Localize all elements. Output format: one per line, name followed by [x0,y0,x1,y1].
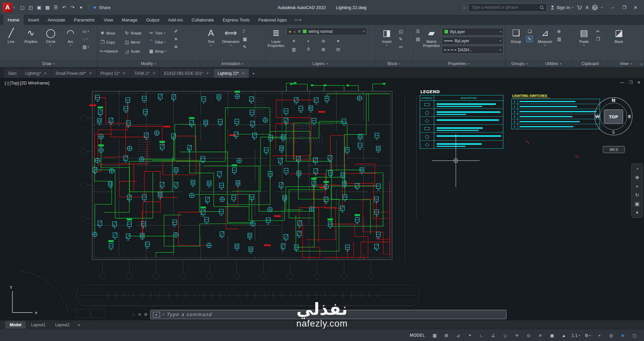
panel-modify-label[interactable]: Modify▾ [97,60,200,67]
save-file-button[interactable]: ▣ [35,3,43,12]
ellipse-tool[interactable]: ◌▾ [82,36,90,42]
ribbon-tab-output[interactable]: Output [142,15,164,25]
file-tab-lighting[interactable]: Lighting*✕ [21,69,51,78]
ribbon-tab-collaborate[interactable]: Collaborate [187,15,218,25]
panel-draw-label[interactable]: Draw▾ [0,60,97,67]
layout-tab-layout2[interactable]: Layout2 [51,321,74,329]
paste-tool[interactable]: ▤Paste▾ [575,26,593,47]
erase-tool[interactable]: ✐ [173,29,179,34]
close-tab-icon[interactable]: ✕ [123,71,125,75]
command-customize-icon[interactable]: ⚙ [144,312,148,317]
drawing-close-button[interactable]: ✕ [637,80,641,85]
create-block-tool[interactable]: ◱ [398,29,404,34]
command-input[interactable]: ▸ ▾ Type a command [150,310,506,319]
command-history-caret-icon[interactable]: ▾ [163,313,164,316]
close-tab-icon[interactable]: ✕ [206,71,209,75]
layer-properties-tool[interactable]: ≣Layer Properties [267,26,285,48]
move-tool[interactable]: ✥Move [99,29,123,38]
visual-style-control[interactable]: [2D Wireframe] [20,80,49,86]
layer-state-button[interactable]: ⊞ [322,47,325,52]
close-tab-icon[interactable]: ✕ [89,71,92,75]
panel-block-label[interactable]: Block▾ [376,60,412,67]
orbit-button[interactable]: ↻ [635,192,639,197]
define-attributes-tool[interactable]: ≔ [398,44,404,50]
save-as-button[interactable]: ▩ [43,3,52,12]
measure-tool[interactable]: ⊿Measure▾ [536,26,554,47]
redo-button[interactable]: ↷ [68,3,77,12]
properties-list-tool[interactable]: ☰ [415,29,421,34]
share-button[interactable]: ➤ Share [93,5,110,10]
search-icon[interactable] [540,5,544,10]
layer-isolate-button[interactable]: ✦ [336,39,340,44]
layer-walk-button[interactable]: ⊟ [336,47,340,52]
drawing-minimize-button[interactable]: — [620,80,624,85]
annotation-visibility-button[interactable]: ▲ [558,331,569,339]
array-tool[interactable]: ▦Array▾ [148,47,171,56]
quick-select-tool[interactable]: ▥ [556,36,562,42]
annotation-monitor-button[interactable]: + [594,331,605,339]
workspace-switching-button[interactable]: ⚙▾ [582,331,593,339]
minimize-button[interactable]: – [607,2,619,12]
maximize-button[interactable]: ❐ [619,2,630,12]
polar-tracking-button[interactable]: ∠ [488,331,499,339]
close-tab-icon[interactable]: ✕ [242,71,245,75]
explode-tool[interactable]: ✳ [173,36,179,42]
clean-screen-button[interactable]: ▢ [629,331,640,339]
copy-tool[interactable]: ❐Copy [99,38,123,47]
ribbon-tab-express-tools[interactable]: Express Tools [218,15,254,25]
model-space-toggle[interactable]: MODEL [407,333,428,338]
dynamic-input-button[interactable]: ⌖ [465,331,475,339]
plot-button[interactable]: ☰ [52,3,60,12]
ribbon-tab-annotate[interactable]: Annotate [43,15,69,25]
annotation-scale-button[interactable]: 1:1▾ [570,331,581,339]
group-tool[interactable]: ❏Group [507,26,525,44]
fillet-tool[interactable]: ⌒Fillet▾ [148,38,171,47]
view-control[interactable]: [Top] [10,80,19,86]
ortho-mode-button[interactable]: ∟ [476,331,487,339]
lineweight-button[interactable]: ≡ [535,331,546,339]
undo-button[interactable]: ↶ [60,3,68,12]
navbar-expand-button[interactable]: ▾ [636,210,639,215]
line-tool[interactable]: ╱Line [2,26,20,44]
floor-plan-canvas[interactable]: LEGENDSYMBOLEDESCRIPTIONLIGHTING SWITCHE… [0,78,644,320]
ribbon-tab-home[interactable]: Home [3,15,24,25]
isometric-drafting-button[interactable]: ◇ [500,331,511,339]
id-point-tool[interactable]: ⊕ [556,29,562,34]
trim-tool[interactable]: ✂Trim▾ [148,29,171,38]
panel-annotation-label[interactable]: Annotation▾ [200,60,265,67]
text-tool[interactable]: AText▾ [202,26,220,47]
new-drawing-tab-button[interactable]: + [250,69,258,77]
panel-clipboard-label[interactable]: Clipboard [573,60,607,67]
grid-display-button[interactable]: ▦ [429,331,440,339]
properties-palette-tool[interactable]: ▤ [415,36,421,42]
command-close-icon[interactable]: ✕ [138,312,141,317]
drawing-restore-button[interactable]: ❐ [629,80,633,85]
leader-tool[interactable]: ⤴ [242,29,248,34]
panel-utilities-label[interactable]: Utilities▾ [534,60,573,67]
layer-lock-button[interactable]: ⊘ [322,39,325,44]
application-menu-button[interactable]: A ▾ [3,3,15,12]
help-caret-icon[interactable]: ▾ [601,6,602,9]
layout-tab-layout1[interactable]: Layout1 [27,321,50,329]
model-space-viewport[interactable]: LEGENDSYMBOLEDESCRIPTIONLIGHTING SWITCHE… [0,78,644,320]
zoom-button[interactable]: ⌖ [636,184,638,189]
selection-cycling-button[interactable]: ▣ [547,331,557,339]
hatch-tool[interactable]: ▨▾ [82,44,90,50]
layer-previous-button[interactable]: ≙ [307,47,311,52]
file-tab-small-power-dxf[interactable]: Small Power.dxf*✕ [51,69,96,78]
file-tab-project-11[interactable]: Project 11*✕ [97,69,130,78]
layout-tab-model[interactable]: Model [5,321,26,329]
base-tool[interactable]: ◪Base [609,26,628,44]
scale-tool[interactable]: ◿Scale [123,47,147,56]
qat-customize-button[interactable]: ▾ [77,3,85,12]
file-tab-lighting-22[interactable]: Lighting 22*✕ [214,69,249,78]
property-color-select[interactable]: ByLayer▾ [442,28,503,36]
navigation-wheel-button[interactable]: ◔ [636,166,639,171]
new-file-button[interactable]: ▢ [18,3,26,12]
layer-match-button[interactable]: ▥ [292,47,296,52]
mirror-tool[interactable]: ◫Mirror [123,38,147,47]
file-tab-start[interactable]: Start [4,69,20,78]
command-grip-handle[interactable]: ∷ [132,312,135,317]
rotate-tool[interactable]: ↻Rotate [123,29,147,38]
search-input[interactable] [471,5,538,10]
